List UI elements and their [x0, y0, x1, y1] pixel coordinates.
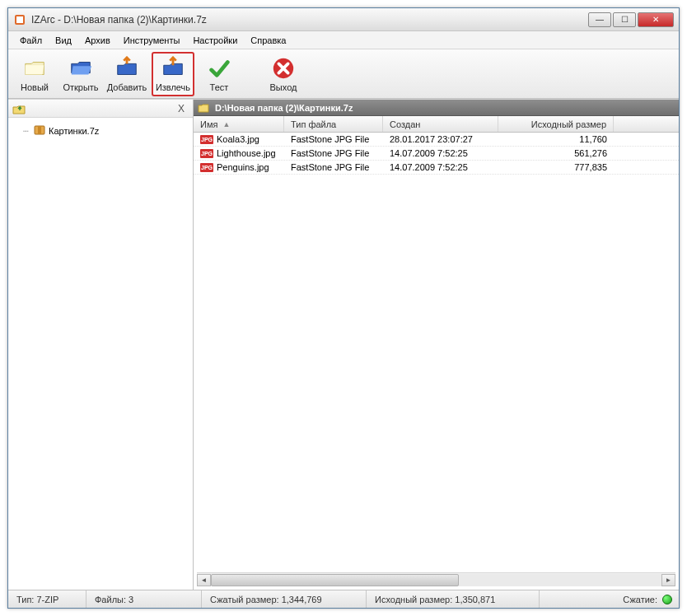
exit-icon [271, 56, 296, 81]
menu-archive[interactable]: Архив [78, 34, 117, 47]
status-packed-value: 1,344,769 [282, 595, 322, 604]
menubar: Файл Вид Архив Инструменты Настройки Спр… [8, 31, 679, 49]
scroll-left-button[interactable]: ◄ [197, 574, 211, 586]
extract-folder-icon [161, 56, 185, 81]
file-size: 777,835 [498, 162, 614, 172]
path-text: D:\Новая папка (2)\Картинки.7z [215, 103, 353, 113]
status-orig-label: Исходный размер: [375, 595, 452, 604]
scroll-right-button[interactable]: ► [661, 574, 675, 586]
app-window: IZArc - D:\Новая папка (2)\Картинки.7z —… [7, 7, 680, 609]
tree-root-label: Картинки.7z [49, 126, 99, 136]
statusbar: Тип: 7-ZIP Файлы: 3 Сжатый размер: 1,344… [8, 590, 679, 608]
compression-indicator-icon [662, 595, 672, 604]
test-button[interactable]: Тест [198, 52, 241, 96]
extract-button[interactable]: Извлечь [152, 52, 194, 96]
add-folder-icon [114, 56, 139, 81]
horizontal-scrollbar[interactable]: ◄ ► [197, 572, 675, 586]
close-button[interactable]: ✕ [638, 12, 674, 27]
status-orig-value: 1,350,871 [455, 595, 495, 604]
checkmark-icon [207, 56, 231, 81]
scroll-track[interactable] [211, 574, 661, 586]
tree-close-button[interactable]: X [173, 103, 189, 114]
list-body: JPGKoala3.jpg FastStone JPG File 28.01.2… [194, 133, 679, 572]
column-name-label: Имя [200, 119, 217, 129]
file-type: FastStone JPG File [284, 162, 383, 172]
menu-settings[interactable]: Настройки [186, 34, 244, 47]
exit-button[interactable]: Выход [262, 52, 305, 96]
menu-tools[interactable]: Инструменты [117, 34, 187, 47]
tree-body: ┈ Картинки.7z [8, 118, 193, 590]
status-original: Исходный размер: 1,350,871 [367, 590, 540, 608]
table-row[interactable]: JPGLighthouse.jpg FastStone JPG File 14.… [194, 147, 679, 161]
menu-help[interactable]: Справка [244, 34, 292, 47]
status-type: Тип: 7-ZIP [8, 590, 86, 608]
svg-rect-4 [38, 126, 41, 134]
table-row[interactable]: JPGKoala3.jpg FastStone JPG File 28.01.2… [194, 133, 679, 147]
sort-asc-icon: ▲ [222, 120, 230, 128]
tree-panel: X ┈ Картинки.7z [8, 100, 194, 590]
column-type[interactable]: Тип файла [284, 116, 383, 132]
status-files-label: Файлы: [95, 595, 126, 604]
minimize-button[interactable]: — [588, 12, 611, 27]
file-name: Penguins.jpg [217, 162, 269, 172]
file-size: 11,760 [498, 134, 614, 144]
main-panel: D:\Новая папка (2)\Картинки.7z Имя ▲ Тип… [194, 100, 679, 590]
jpg-icon: JPG [200, 135, 213, 144]
scroll-thumb[interactable] [211, 574, 459, 586]
status-packed-label: Сжатый размер: [210, 595, 279, 604]
path-folder-icon [197, 101, 210, 114]
add-button[interactable]: Добавить [105, 52, 148, 96]
path-bar: D:\Новая папка (2)\Картинки.7z [194, 100, 679, 116]
folder-up-icon[interactable] [12, 102, 26, 115]
app-icon [13, 13, 26, 26]
status-packed: Сжатый размер: 1,344,769 [202, 590, 367, 608]
add-button-label: Добавить [107, 82, 147, 92]
status-type-value: 7-ZIP [36, 595, 58, 604]
new-button-label: Новый [21, 82, 49, 92]
content-area: X ┈ Картинки.7z D:\Новая папка (2)\Карти… [8, 99, 679, 590]
window-controls: — ☐ ✕ [588, 12, 674, 27]
open-folder-icon [68, 56, 93, 81]
new-folder-icon [22, 56, 47, 81]
svg-rect-1 [16, 16, 23, 23]
file-date: 14.07.2009 7:52:25 [383, 162, 498, 172]
open-button-label: Открыть [63, 82, 98, 92]
tree-connector: ┈ [23, 126, 29, 137]
exit-button-label: Выход [270, 82, 297, 92]
jpg-icon: JPG [200, 149, 213, 158]
column-size[interactable]: Исходный размер [498, 116, 614, 132]
status-files-value: 3 [129, 595, 133, 604]
file-name: Koala3.jpg [217, 134, 259, 144]
tree-header: X [8, 100, 193, 118]
file-size: 561,276 [498, 148, 614, 158]
table-row[interactable]: JPGPenguins.jpg FastStone JPG File 14.07… [194, 161, 679, 175]
status-ratio-label: Сжатие: [623, 595, 657, 604]
file-type: FastStone JPG File [284, 134, 383, 144]
column-created[interactable]: Создан [383, 116, 498, 132]
list-header: Имя ▲ Тип файла Создан Исходный размер [194, 116, 679, 133]
status-files: Файлы: 3 [86, 590, 202, 608]
file-date: 14.07.2009 7:52:25 [383, 148, 498, 158]
file-type: FastStone JPG File [284, 148, 383, 158]
file-name: Lighthouse.jpg [217, 148, 276, 158]
status-ratio: Сжатие: [540, 590, 679, 608]
archive-icon [34, 124, 45, 138]
toolbar: Новый Открыть Добавить Извлечь Тест [8, 49, 679, 99]
tree-root-item[interactable]: ┈ Картинки.7z [15, 123, 186, 139]
open-button[interactable]: Открыть [59, 52, 102, 96]
file-date: 28.01.2017 23:07:27 [383, 134, 498, 144]
window-title: IZArc - D:\Новая папка (2)\Картинки.7z [31, 14, 588, 26]
status-type-label: Тип: [16, 595, 34, 604]
menu-file[interactable]: Файл [13, 34, 49, 47]
jpg-icon: JPG [200, 163, 213, 172]
titlebar: IZArc - D:\Новая папка (2)\Картинки.7z —… [8, 8, 679, 31]
new-button[interactable]: Новый [13, 52, 56, 96]
extract-button-label: Извлечь [156, 82, 190, 92]
maximize-button[interactable]: ☐ [613, 12, 636, 27]
test-button-label: Тест [210, 82, 229, 92]
column-name[interactable]: Имя ▲ [194, 116, 284, 132]
menu-view[interactable]: Вид [49, 34, 78, 47]
